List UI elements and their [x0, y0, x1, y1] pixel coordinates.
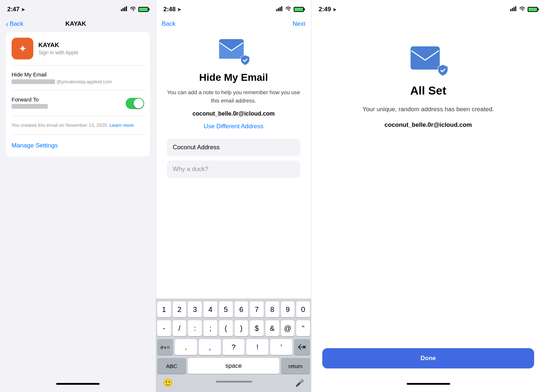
- svg-rect-0: [121, 9, 122, 11]
- email-blurred: [12, 79, 55, 84]
- forward-to-section: Forward To: [12, 96, 144, 116]
- kb-return-key[interactable]: return: [281, 358, 310, 374]
- svg-rect-5: [278, 8, 279, 11]
- kb-close-paren[interactable]: ): [235, 320, 248, 336]
- signal-icon-2: [276, 6, 283, 13]
- s2-main-content: Hide My Email You can add a note to help…: [156, 32, 311, 299]
- home-indicator-1: [56, 383, 100, 385]
- back-arrow-icon: ‹: [6, 20, 8, 28]
- shield-icon: [239, 54, 251, 66]
- note-input[interactable]: [167, 160, 300, 178]
- signal-icon-3: [510, 6, 517, 13]
- kayak-logo: ✦: [18, 43, 27, 55]
- hide-email-title: Hide My Email: [199, 72, 268, 83]
- status-icons-3: [510, 6, 538, 13]
- home-indicator-3: [407, 383, 450, 385]
- kb-delete-key[interactable]: [294, 339, 310, 355]
- battery-icon-2: [294, 7, 304, 12]
- hide-email-description: You can add a note to help you remember …: [167, 88, 300, 105]
- svg-rect-7: [281, 6, 282, 11]
- kb-colon[interactable]: :: [188, 320, 202, 336]
- creation-info: You created this email on November 13, 2…: [12, 122, 144, 135]
- kb-dollar[interactable]: $: [250, 320, 264, 336]
- kb-key-2[interactable]: 2: [173, 301, 186, 317]
- wifi-icon-3: [519, 6, 525, 13]
- svg-rect-6: [280, 7, 281, 12]
- done-button[interactable]: Done: [322, 348, 534, 368]
- back-label-1: Back: [10, 20, 24, 28]
- kb-key-7[interactable]: 7: [250, 301, 264, 317]
- mic-key[interactable]: 🎤: [295, 379, 304, 387]
- kb-slash[interactable]: /: [173, 320, 186, 336]
- kb-key-1[interactable]: 1: [157, 301, 171, 317]
- kb-dot[interactable]: .: [175, 339, 197, 355]
- app-card: ✦ KAYAK Sign in with Apple Hide My Email…: [6, 32, 150, 157]
- generated-email: coconut_belle.0r@icloud.com: [192, 110, 274, 117]
- home-indicator-2: [216, 381, 252, 383]
- status-time-2: 2:48: [163, 6, 176, 13]
- back-button-1[interactable]: ‹ Back: [6, 20, 23, 28]
- email-icon-container: [219, 39, 248, 64]
- use-different-address-link[interactable]: Use Different Address: [204, 123, 263, 130]
- kb-amp[interactable]: &: [265, 320, 279, 336]
- svg-rect-16: [410, 46, 440, 70]
- kb-special-row: #+= . , ? ! ': [157, 339, 310, 355]
- app-icon: ✦: [12, 38, 33, 59]
- status-time-3: 2:49: [319, 6, 331, 13]
- kb-semicolon[interactable]: ;: [204, 320, 217, 336]
- screen-hide-my-email: 2:48 ➤ Back Next: [156, 0, 311, 392]
- back-button-2[interactable]: Back: [162, 20, 176, 28]
- kb-question[interactable]: ?: [223, 339, 245, 355]
- kb-key-3[interactable]: 3: [188, 301, 202, 317]
- kb-key-8[interactable]: 8: [265, 301, 279, 317]
- forward-to-label: Forward To: [12, 96, 48, 103]
- app-subtitle-text: Sign in with Apple: [38, 50, 79, 55]
- kb-key-4[interactable]: 4: [204, 301, 217, 317]
- next-button[interactable]: Next: [293, 20, 305, 28]
- envelope-icon-3: [410, 46, 440, 70]
- svg-rect-1: [123, 8, 124, 11]
- status-icons-1: [121, 6, 148, 13]
- kb-apostrophe[interactable]: ': [270, 339, 292, 355]
- location-icon-3: ➤: [332, 7, 337, 12]
- forward-toggle[interactable]: [126, 98, 144, 109]
- kb-bottom-bar: 🙂 🎤: [157, 377, 310, 391]
- all-set-email: coconut_belle.0r@icloud.com: [385, 121, 472, 129]
- manage-settings-button[interactable]: Manage Settings: [12, 141, 144, 151]
- signal-icon: [121, 6, 127, 13]
- svg-rect-4: [276, 9, 277, 11]
- s3-main-content: All Set Your unique, random address has …: [311, 32, 545, 341]
- battery-icon: [138, 7, 148, 12]
- all-set-title: All Set: [410, 84, 447, 97]
- kb-abc-key[interactable]: ABC: [157, 358, 186, 374]
- email-icon-container-3: [410, 46, 447, 75]
- battery-icon-3: [528, 7, 538, 12]
- learn-more-link[interactable]: Learn more.: [110, 122, 135, 128]
- kb-quote[interactable]: ": [296, 320, 310, 336]
- svg-rect-12: [510, 9, 511, 11]
- kb-exclaim[interactable]: !: [246, 339, 268, 355]
- kb-key-0[interactable]: 0: [296, 301, 310, 317]
- kb-key-6[interactable]: 6: [235, 301, 248, 317]
- kb-open-paren[interactable]: (: [219, 320, 233, 336]
- location-icon-2: ➤: [177, 7, 181, 12]
- kb-at[interactable]: @: [281, 320, 295, 336]
- kb-key-5[interactable]: 5: [219, 301, 233, 317]
- kb-hashtag-key[interactable]: #+=: [157, 339, 173, 355]
- nav-bar-2: Back Next: [156, 16, 311, 32]
- app-name-text: KAYAK: [38, 42, 79, 49]
- back-label-2: Back: [162, 20, 176, 28]
- emoji-key[interactable]: 🙂: [163, 378, 173, 388]
- kb-dash[interactable]: -: [157, 320, 171, 336]
- kb-key-9[interactable]: 9: [281, 301, 295, 317]
- status-bar-1: 2:47 ➤: [0, 0, 156, 16]
- wifi-icon-2: [285, 6, 292, 13]
- all-set-description: Your unique, random address has been cre…: [362, 105, 494, 114]
- kb-space-key[interactable]: space: [188, 358, 279, 374]
- screen-kayak-settings: 2:47 ➤ ‹ Back KAYAK ✦: [0, 0, 156, 392]
- kb-comma[interactable]: ,: [199, 339, 221, 355]
- svg-rect-2: [124, 7, 125, 12]
- forward-to-group: Forward To: [12, 96, 48, 110]
- app-name-group: KAYAK Sign in with Apple: [38, 42, 79, 55]
- label-input[interactable]: [167, 139, 300, 156]
